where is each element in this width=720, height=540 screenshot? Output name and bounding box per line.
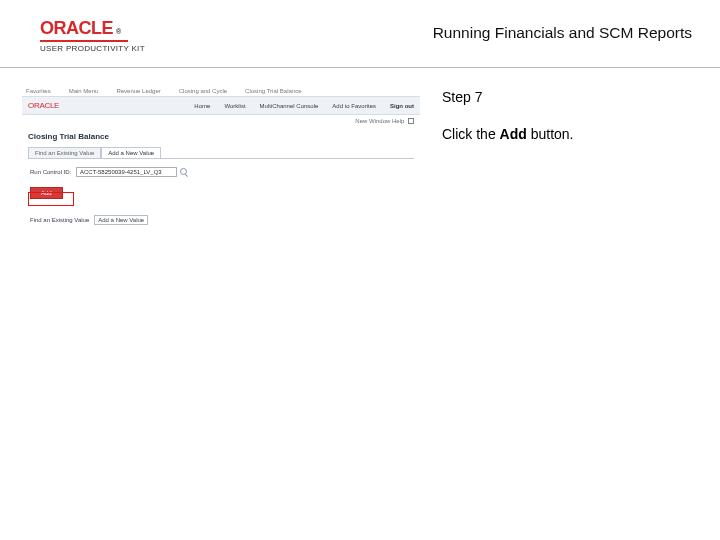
- find-existing-link[interactable]: Find an Existing Value: [30, 217, 89, 223]
- add-button[interactable]: Add: [30, 187, 63, 199]
- doc-header: ORACLE ® USER PRODUCTIVITY KIT Running F…: [0, 0, 720, 68]
- tab-find-existing[interactable]: Find an Existing Value: [28, 147, 101, 158]
- brand-logo: ORACLE ® USER PRODUCTIVITY KIT: [40, 18, 145, 53]
- breadcrumb-item[interactable]: Revenue Ledger: [116, 88, 160, 94]
- instruction-suffix: button.: [527, 126, 574, 142]
- add-new-value-link[interactable]: Add a New Value: [94, 215, 148, 225]
- window-tools: New Window Help: [22, 115, 420, 126]
- breadcrumb-item[interactable]: Closing Trial Balance: [245, 88, 301, 94]
- oracle-mini-logo: ORACLE: [28, 101, 59, 110]
- instruction-bold: Add: [500, 126, 527, 142]
- breadcrumb-item[interactable]: Favorites: [26, 88, 51, 94]
- app-page-title: Closing Trial Balance: [22, 126, 420, 145]
- instruction-prefix: Click the: [442, 126, 500, 142]
- step-instructions: Step 7 Click the Add button.: [442, 86, 574, 246]
- instruction-line: Click the Add button.: [442, 125, 574, 144]
- new-window-link[interactable]: New Window Help: [355, 118, 404, 124]
- breadcrumb-item[interactable]: Closing and Cycle: [179, 88, 227, 94]
- nav-multichannel[interactable]: MultiChannel Console: [260, 103, 319, 109]
- registered-mark: ®: [116, 28, 121, 35]
- lookup-icon[interactable]: [180, 168, 187, 175]
- nav-add-favorites[interactable]: Add to Favorites: [332, 103, 376, 109]
- embedded-screenshot: Favorites Main Menu Revenue Ledger Closi…: [22, 86, 420, 246]
- run-control-label: Run Control ID:: [30, 169, 71, 175]
- step-number: Step 7: [442, 88, 574, 107]
- nav-home[interactable]: Home: [194, 103, 210, 109]
- tab-add-new[interactable]: Add a New Value: [101, 147, 161, 158]
- nav-signout[interactable]: Sign out: [390, 103, 414, 109]
- content-row: Favorites Main Menu Revenue Ledger Closi…: [0, 68, 720, 246]
- page-title: Running Financials and SCM Reports: [433, 18, 692, 42]
- inner-tabs: Find an Existing Value Add a New Value: [28, 147, 414, 158]
- logo-underline: [40, 40, 128, 42]
- run-control-row: Run Control ID: ACCT-58250039-4251_LV_Q3: [22, 159, 420, 181]
- app-header-bar: ORACLE Home Worklist MultiChannel Consol…: [22, 96, 420, 115]
- breadcrumb: Favorites Main Menu Revenue Ledger Closi…: [22, 86, 420, 96]
- bottom-search-row: Find an Existing Value Add a New Value: [22, 199, 420, 225]
- new-window-icon[interactable]: [408, 118, 414, 124]
- brand-subtitle: USER PRODUCTIVITY KIT: [40, 44, 145, 53]
- oracle-wordmark: ORACLE: [40, 18, 113, 39]
- nav-worklist[interactable]: Worklist: [224, 103, 245, 109]
- run-control-input[interactable]: ACCT-58250039-4251_LV_Q3: [76, 167, 177, 177]
- breadcrumb-item[interactable]: Main Menu: [69, 88, 99, 94]
